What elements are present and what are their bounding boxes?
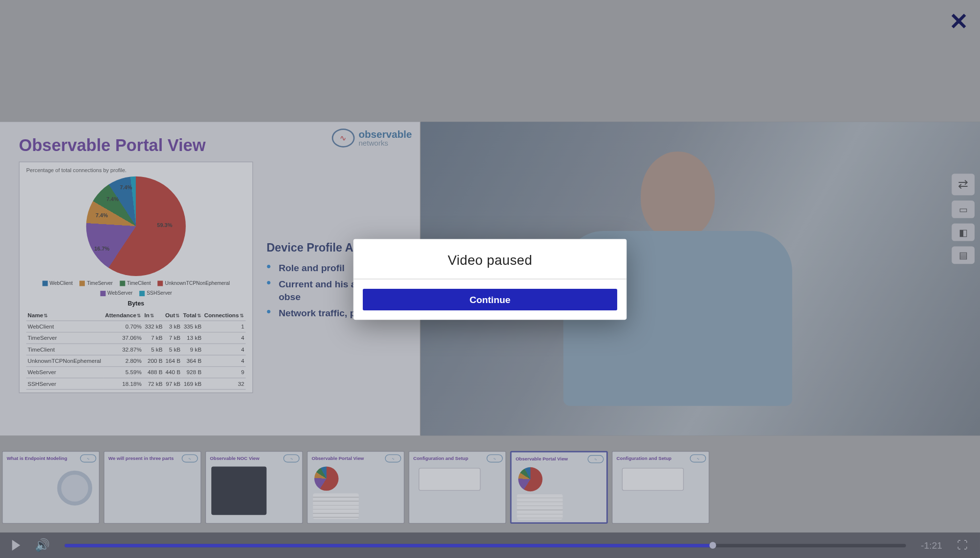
modal-divider xyxy=(353,279,627,279)
paused-modal: Video paused Continue xyxy=(353,239,627,320)
continue-button[interactable]: Continue xyxy=(363,288,617,310)
close-button[interactable]: ✕ xyxy=(949,8,968,35)
modal-title: Video paused xyxy=(363,252,617,268)
